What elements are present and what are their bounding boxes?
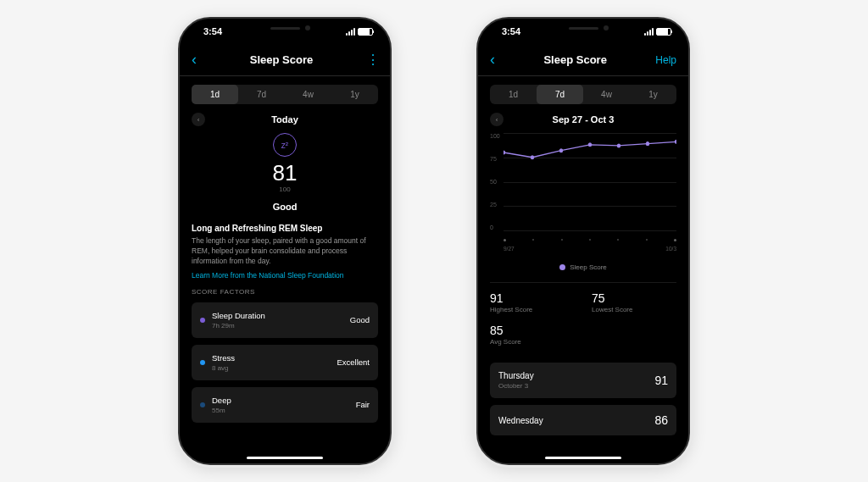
more-menu-icon[interactable]: ⋮ xyxy=(366,52,378,68)
segment-1y[interactable]: 1y xyxy=(630,85,676,104)
segment-7d[interactable]: 7d xyxy=(238,85,285,104)
date-navigator: ‹ Today xyxy=(192,114,378,125)
factor-dot-icon xyxy=(200,318,205,323)
history-day: Thursday xyxy=(498,371,534,380)
factor-name: Sleep Duration xyxy=(212,311,265,320)
header: ‹ Sleep Score ⋮ xyxy=(180,44,390,76)
date-navigator: ‹ Sep 27 - Oct 3 xyxy=(490,114,676,125)
notch xyxy=(532,19,634,37)
content: 1d 7d 4w 1y ‹ Sep 27 - Oct 3 100 75 50 2… xyxy=(478,76,688,457)
score-value: 81 xyxy=(192,162,378,184)
help-link[interactable]: Help xyxy=(655,54,676,66)
history-date: October 3 xyxy=(498,382,534,390)
factor-detail: 8 avg xyxy=(212,364,235,372)
factor-rating: Excellent xyxy=(337,357,370,367)
notch xyxy=(234,19,336,37)
status-icons xyxy=(346,28,375,36)
time-range-segments: 1d 7d 4w 1y xyxy=(490,85,676,104)
x-axis: 9/27 10/3 xyxy=(504,246,676,252)
sleep-score-chart[interactable]: 100 75 50 25 0 9/27 xyxy=(490,133,676,252)
score-rating: Good xyxy=(192,202,378,212)
date-label: Sep 27 - Oct 3 xyxy=(553,114,615,125)
stats-grid: 91 Highest Score 75 Lowest Score 85 Avg … xyxy=(490,282,676,354)
battery-icon xyxy=(358,28,373,36)
legend-item: Sleep Score xyxy=(559,263,607,271)
svg-point-6 xyxy=(675,140,676,144)
factor-name: Deep xyxy=(212,396,231,405)
signal-icon xyxy=(346,28,355,36)
segment-4w[interactable]: 4w xyxy=(583,85,630,104)
stat-avg: 85 Avg Score xyxy=(490,324,575,354)
svg-point-5 xyxy=(646,141,649,146)
y-axis: 100 75 50 25 0 xyxy=(490,133,500,230)
home-indicator[interactable] xyxy=(247,457,323,459)
battery-icon xyxy=(656,28,671,36)
phone-frame-1: 3:54 ‹ Sleep Score ⋮ 1d 7d 4w 1y ‹ Today xyxy=(178,17,392,465)
svg-point-1 xyxy=(531,155,534,159)
factor-rating: Good xyxy=(350,315,370,324)
prev-day-button[interactable]: ‹ xyxy=(192,113,205,126)
summary-text: The length of your sleep, paired with a … xyxy=(192,236,378,267)
back-button[interactable]: ‹ xyxy=(192,51,197,69)
segment-1y[interactable]: 1y xyxy=(331,85,378,104)
history-score: 86 xyxy=(654,413,668,427)
page-title: Sleep Score xyxy=(543,53,606,66)
screen: 3:54 ‹ Sleep Score Help 1d 7d 4w 1y ‹ Se… xyxy=(478,19,688,463)
legend-dot-icon xyxy=(559,264,565,270)
status-time: 3:54 xyxy=(195,26,222,36)
factor-rating: Fair xyxy=(356,400,370,409)
summary-title: Long and Refreshing REM Sleep xyxy=(192,224,378,233)
home-indicator[interactable] xyxy=(545,457,621,459)
factors-label: SCORE FACTORS xyxy=(192,288,378,296)
history-row-thursday[interactable]: Thursday October 3 91 xyxy=(490,363,676,398)
chart-line xyxy=(504,133,676,230)
score-max: 100 xyxy=(192,186,378,193)
factor-dot-icon xyxy=(200,402,205,407)
svg-point-4 xyxy=(617,143,620,147)
status-icons xyxy=(644,28,673,36)
factor-name: Stress xyxy=(212,353,235,363)
phone-frame-2: 3:54 ‹ Sleep Score Help 1d 7d 4w 1y ‹ Se… xyxy=(476,17,690,465)
factor-sleep-duration[interactable]: Sleep Duration 7h 29m Good xyxy=(192,302,378,338)
x-tick-dots xyxy=(504,239,676,241)
learn-more-link[interactable]: Learn More from the National Sleep Found… xyxy=(192,271,378,280)
summary-section: Long and Refreshing REM Sleep The length… xyxy=(192,224,378,280)
history-row-wednesday[interactable]: Wednesday 86 xyxy=(490,405,676,435)
content: 1d 7d 4w 1y ‹ Today z² 81 100 Good Long … xyxy=(180,76,390,457)
factor-dot-icon xyxy=(200,360,205,365)
stat-lowest: 75 Lowest Score xyxy=(592,291,676,322)
factor-stress[interactable]: Stress 8 avg Excellent xyxy=(192,345,378,380)
segment-4w[interactable]: 4w xyxy=(285,85,331,104)
segment-1d[interactable]: 1d xyxy=(192,85,238,104)
screen: 3:54 ‹ Sleep Score ⋮ 1d 7d 4w 1y ‹ Today xyxy=(180,19,390,463)
time-range-segments: 1d 7d 4w 1y xyxy=(192,85,378,104)
prev-week-button[interactable]: ‹ xyxy=(490,113,504,126)
svg-point-2 xyxy=(559,148,563,152)
sleep-icon: z² xyxy=(273,133,297,157)
svg-point-0 xyxy=(504,150,505,154)
page-title: Sleep Score xyxy=(250,53,313,66)
score-section: z² 81 100 Good xyxy=(192,133,378,212)
factor-detail: 55m xyxy=(212,407,231,414)
segment-1d[interactable]: 1d xyxy=(490,85,537,104)
status-time: 3:54 xyxy=(493,26,520,36)
history-day: Wednesday xyxy=(498,416,543,425)
date-label: Today xyxy=(271,114,298,125)
header: ‹ Sleep Score Help xyxy=(478,44,688,76)
svg-point-3 xyxy=(588,142,592,147)
factor-deep[interactable]: Deep 55m Fair xyxy=(192,387,378,423)
chart-legend: Sleep Score xyxy=(490,258,676,274)
history-score: 91 xyxy=(654,374,668,387)
factor-detail: 7h 29m xyxy=(212,322,265,330)
stat-highest: 91 Highest Score xyxy=(490,291,575,322)
back-button[interactable]: ‹ xyxy=(490,51,495,69)
segment-7d[interactable]: 7d xyxy=(537,85,583,104)
signal-icon xyxy=(644,28,654,36)
